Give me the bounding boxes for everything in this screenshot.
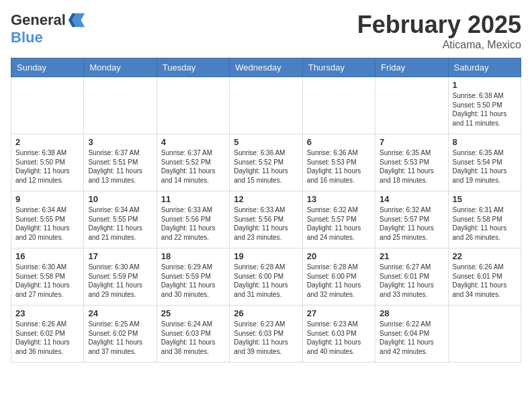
day-number: 20 — [307, 251, 371, 261]
calendar-cell — [448, 306, 521, 363]
location-subtitle: Aticama, Mexico — [357, 39, 521, 51]
calendar-cell: 20Sunrise: 6:28 AM Sunset: 6:00 PM Dayli… — [302, 248, 375, 306]
calendar-cell — [84, 77, 157, 134]
logo-general-text: General — [11, 12, 66, 28]
day-number: 12 — [234, 194, 298, 204]
calendar-cell: 26Sunrise: 6:23 AM Sunset: 6:03 PM Dayli… — [230, 306, 302, 363]
calendar-cell: 23Sunrise: 6:26 AM Sunset: 6:02 PM Dayli… — [11, 306, 84, 363]
calendar-week-row: 23Sunrise: 6:26 AM Sunset: 6:02 PM Dayli… — [11, 306, 521, 363]
day-number: 19 — [234, 251, 298, 261]
calendar-week-row: 2Sunrise: 6:38 AM Sunset: 5:50 PM Daylig… — [11, 134, 521, 191]
day-info: Sunrise: 6:27 AM Sunset: 6:01 PM Dayligh… — [380, 263, 443, 299]
day-number: 8 — [453, 137, 517, 147]
logo-flag-icon — [67, 11, 86, 30]
day-number: 2 — [15, 137, 79, 147]
day-info: Sunrise: 6:33 AM Sunset: 5:56 PM Dayligh… — [161, 205, 225, 242]
logo-blue-text: Blue — [11, 29, 43, 46]
day-number: 6 — [307, 137, 371, 147]
weekday-header-tuesday: Tuesday — [157, 58, 229, 77]
calendar-cell — [157, 77, 229, 134]
page-header: General Blue February 2025 Aticama, Mexi… — [11, 11, 521, 51]
day-number: 15 — [453, 194, 517, 204]
day-info: Sunrise: 6:30 AM Sunset: 5:58 PM Dayligh… — [15, 263, 79, 299]
calendar-cell: 17Sunrise: 6:30 AM Sunset: 5:59 PM Dayli… — [84, 248, 157, 306]
calendar-cell: 13Sunrise: 6:32 AM Sunset: 5:57 PM Dayli… — [302, 191, 375, 248]
calendar-cell: 22Sunrise: 6:26 AM Sunset: 6:01 PM Dayli… — [448, 248, 521, 306]
calendar-cell: 9Sunrise: 6:34 AM Sunset: 5:55 PM Daylig… — [11, 191, 84, 248]
day-info: Sunrise: 6:37 AM Sunset: 5:52 PM Dayligh… — [161, 148, 225, 185]
calendar-week-row: 1Sunrise: 6:38 AM Sunset: 5:50 PM Daylig… — [11, 77, 521, 134]
weekday-header-thursday: Thursday — [302, 58, 375, 77]
calendar-table: SundayMondayTuesdayWednesdayThursdayFrid… — [11, 58, 521, 363]
calendar-cell: 18Sunrise: 6:29 AM Sunset: 5:59 PM Dayli… — [157, 248, 229, 306]
day-info: Sunrise: 6:25 AM Sunset: 6:02 PM Dayligh… — [88, 320, 152, 356]
day-info: Sunrise: 6:32 AM Sunset: 5:57 PM Dayligh… — [307, 205, 371, 242]
calendar-cell: 12Sunrise: 6:33 AM Sunset: 5:56 PM Dayli… — [230, 191, 302, 248]
day-info: Sunrise: 6:36 AM Sunset: 5:53 PM Dayligh… — [307, 148, 371, 185]
day-number: 27 — [307, 308, 371, 318]
day-info: Sunrise: 6:35 AM Sunset: 5:53 PM Dayligh… — [380, 148, 443, 185]
month-title: February 2025 — [357, 11, 521, 39]
calendar-header-row: SundayMondayTuesdayWednesdayThursdayFrid… — [11, 58, 521, 77]
calendar-cell: 3Sunrise: 6:37 AM Sunset: 5:51 PM Daylig… — [84, 134, 157, 191]
day-info: Sunrise: 6:33 AM Sunset: 5:56 PM Dayligh… — [234, 205, 298, 242]
calendar-cell: 4Sunrise: 6:37 AM Sunset: 5:52 PM Daylig… — [157, 134, 229, 191]
calendar-cell: 16Sunrise: 6:30 AM Sunset: 5:58 PM Dayli… — [11, 248, 84, 306]
weekday-header-friday: Friday — [375, 58, 448, 77]
logo: General Blue — [11, 11, 86, 46]
calendar-cell: 24Sunrise: 6:25 AM Sunset: 6:02 PM Dayli… — [84, 306, 157, 363]
calendar-cell — [375, 77, 448, 134]
weekday-header-saturday: Saturday — [448, 58, 521, 77]
day-info: Sunrise: 6:34 AM Sunset: 5:55 PM Dayligh… — [88, 205, 152, 242]
day-info: Sunrise: 6:38 AM Sunset: 5:50 PM Dayligh… — [15, 148, 79, 185]
day-number: 9 — [15, 194, 79, 204]
calendar-cell — [11, 77, 84, 134]
day-info: Sunrise: 6:32 AM Sunset: 5:57 PM Dayligh… — [380, 205, 443, 242]
day-info: Sunrise: 6:36 AM Sunset: 5:52 PM Dayligh… — [234, 148, 298, 185]
calendar-cell: 11Sunrise: 6:33 AM Sunset: 5:56 PM Dayli… — [157, 191, 229, 248]
day-info: Sunrise: 6:23 AM Sunset: 6:03 PM Dayligh… — [307, 320, 371, 356]
day-number: 26 — [234, 308, 298, 318]
calendar-cell: 5Sunrise: 6:36 AM Sunset: 5:52 PM Daylig… — [230, 134, 302, 191]
calendar-cell: 27Sunrise: 6:23 AM Sunset: 6:03 PM Dayli… — [302, 306, 375, 363]
day-info: Sunrise: 6:37 AM Sunset: 5:51 PM Dayligh… — [88, 148, 152, 185]
calendar-week-row: 9Sunrise: 6:34 AM Sunset: 5:55 PM Daylig… — [11, 191, 521, 248]
day-number: 7 — [380, 137, 443, 147]
calendar-cell: 10Sunrise: 6:34 AM Sunset: 5:55 PM Dayli… — [84, 191, 157, 248]
day-number: 4 — [161, 137, 225, 147]
day-info: Sunrise: 6:31 AM Sunset: 5:58 PM Dayligh… — [453, 205, 517, 242]
calendar-week-row: 16Sunrise: 6:30 AM Sunset: 5:58 PM Dayli… — [11, 248, 521, 306]
day-info: Sunrise: 6:24 AM Sunset: 6:03 PM Dayligh… — [161, 320, 225, 356]
day-number: 16 — [15, 251, 79, 261]
calendar-cell: 19Sunrise: 6:28 AM Sunset: 6:00 PM Dayli… — [230, 248, 302, 306]
day-number: 18 — [161, 251, 225, 261]
calendar-cell: 28Sunrise: 6:22 AM Sunset: 6:04 PM Dayli… — [375, 306, 448, 363]
calendar-cell: 1Sunrise: 6:38 AM Sunset: 5:50 PM Daylig… — [448, 77, 521, 134]
day-number: 23 — [15, 308, 79, 318]
calendar-cell: 25Sunrise: 6:24 AM Sunset: 6:03 PM Dayli… — [157, 306, 229, 363]
day-info: Sunrise: 6:38 AM Sunset: 5:50 PM Dayligh… — [453, 91, 517, 128]
day-info: Sunrise: 6:35 AM Sunset: 5:54 PM Dayligh… — [453, 148, 517, 185]
day-info: Sunrise: 6:29 AM Sunset: 5:59 PM Dayligh… — [161, 263, 225, 299]
calendar-cell — [302, 77, 375, 134]
day-number: 5 — [234, 137, 298, 147]
day-info: Sunrise: 6:23 AM Sunset: 6:03 PM Dayligh… — [234, 320, 298, 356]
calendar-cell: 2Sunrise: 6:38 AM Sunset: 5:50 PM Daylig… — [11, 134, 84, 191]
calendar-cell: 6Sunrise: 6:36 AM Sunset: 5:53 PM Daylig… — [302, 134, 375, 191]
day-number: 17 — [88, 251, 152, 261]
day-number: 25 — [161, 308, 225, 318]
day-number: 11 — [161, 194, 225, 204]
calendar-cell: 14Sunrise: 6:32 AM Sunset: 5:57 PM Dayli… — [375, 191, 448, 248]
day-number: 10 — [88, 194, 152, 204]
day-info: Sunrise: 6:26 AM Sunset: 6:02 PM Dayligh… — [15, 320, 79, 356]
day-info: Sunrise: 6:26 AM Sunset: 6:01 PM Dayligh… — [453, 263, 517, 299]
day-info: Sunrise: 6:28 AM Sunset: 6:00 PM Dayligh… — [234, 263, 298, 299]
day-info: Sunrise: 6:34 AM Sunset: 5:55 PM Dayligh… — [15, 205, 79, 242]
calendar-cell: 21Sunrise: 6:27 AM Sunset: 6:01 PM Dayli… — [375, 248, 448, 306]
day-number: 24 — [88, 308, 152, 318]
calendar-cell: 8Sunrise: 6:35 AM Sunset: 5:54 PM Daylig… — [448, 134, 521, 191]
day-number: 1 — [453, 80, 517, 90]
day-number: 22 — [453, 251, 517, 261]
day-info: Sunrise: 6:22 AM Sunset: 6:04 PM Dayligh… — [380, 320, 443, 356]
calendar-cell: 7Sunrise: 6:35 AM Sunset: 5:53 PM Daylig… — [375, 134, 448, 191]
